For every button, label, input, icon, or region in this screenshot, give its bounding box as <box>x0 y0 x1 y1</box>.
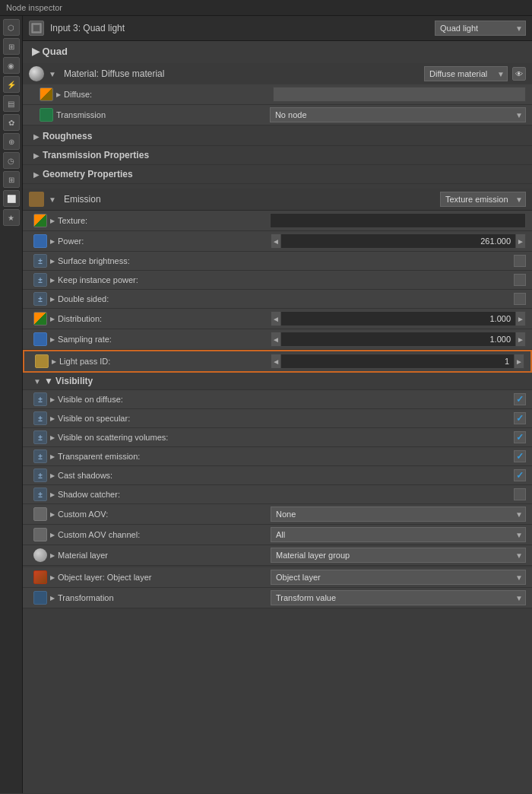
roughness-section[interactable]: ▶ Roughness <box>23 127 532 146</box>
keep-instance-power-checkbox[interactable] <box>514 274 526 286</box>
sidebar-icon-5[interactable]: ▤ <box>3 95 20 112</box>
power-icon <box>33 234 47 248</box>
sidebar-icon-6[interactable]: ✿ <box>3 114 20 131</box>
distribution-row: ▶ Distribution: ◄ 1.000 ► <box>23 309 532 329</box>
shadow-catcher-row: ± ▶ Shadow catcher: <box>23 485 532 504</box>
power-value[interactable]: 261.000 <box>281 233 515 249</box>
transformation-icon <box>33 591 47 605</box>
geometry-properties-section[interactable]: ▶ Geometry Properties <box>23 165 532 184</box>
diffuse-label: Diffuse: <box>64 90 273 99</box>
power-decrease-arrow[interactable]: ◄ <box>271 233 281 249</box>
light-pass-id-value[interactable]: 1 <box>281 354 514 369</box>
sidebar-icon-8[interactable]: ◷ <box>3 152 20 169</box>
emission-header[interactable]: ▼ Emission Texture emission ▼ <box>23 189 532 211</box>
material-sphere-icon <box>29 66 44 81</box>
sidebar-icon-11[interactable]: ★ <box>3 209 20 226</box>
transparent-emission-row: ± ▶ Transparent emission: <box>23 447 532 466</box>
double-sided-checkbox[interactable] <box>514 293 526 305</box>
transmission-label: Transmission <box>56 110 270 119</box>
sidebar-icon-2[interactable]: ⊞ <box>3 38 20 55</box>
object-layer-row: ▶ Object layer: Object layer Object laye… <box>23 567 532 588</box>
visible-scattering-icon: ± <box>33 430 47 444</box>
object-layer-dropdown[interactable]: Object layer <box>271 570 526 585</box>
transmission-properties-section[interactable]: ▶ Transmission Properties <box>23 146 532 165</box>
expand-icon: ▶ <box>50 218 55 224</box>
light-pass-id-value-bar: ◄ 1 ► <box>271 354 524 369</box>
transparent-emission-label: Transparent emission: <box>58 452 514 461</box>
quad-light-dropdown[interactable]: Quad light <box>435 21 526 36</box>
custom-aov-label: Custom AOV: <box>58 510 271 519</box>
cast-shadows-label: Cast shadows: <box>58 471 514 480</box>
light-pass-id-icon <box>35 354 49 368</box>
texture-label: Texture: <box>58 216 270 225</box>
shadow-catcher-icon: ± <box>33 488 47 501</box>
material-group-header[interactable]: ▼ Material: Diffuse material Diffuse mat… <box>23 63 532 84</box>
transparent-emission-checkbox[interactable] <box>514 450 526 462</box>
transmission-props-label: Transmission Properties <box>43 150 149 160</box>
sidebar-icon-3[interactable]: ◉ <box>3 57 20 74</box>
light-pass-id-increase-arrow[interactable]: ► <box>514 354 524 369</box>
quad-label: ▶ Quad <box>32 46 68 57</box>
sidebar-icon-4[interactable]: ⚡ <box>3 76 20 93</box>
double-sided-label: Double sided: <box>58 294 514 303</box>
diffuse-row: ▶ Diffuse: <box>23 84 532 105</box>
quad-light-dropdown-wrapper: Quad light ▼ <box>435 21 526 36</box>
custom-aov-channel-dropdown[interactable]: All <box>271 527 526 542</box>
title-bar: Node inspector <box>0 0 532 16</box>
quad-section-header[interactable]: ▶ Quad <box>23 41 532 62</box>
eye-icon[interactable]: 👁 <box>512 67 526 81</box>
power-row: ▶ Power: ◄ 261.000 ► <box>23 231 532 252</box>
visible-specular-checkbox[interactable] <box>514 412 526 424</box>
distribution-decrease-arrow[interactable]: ◄ <box>271 311 281 326</box>
sidebar-icon-1[interactable]: ⬡ <box>3 19 20 36</box>
expand-icon: ▶ <box>50 258 55 265</box>
visible-scattering-checkbox[interactable] <box>514 431 526 443</box>
texture-emission-dropdown[interactable]: Texture emission <box>440 192 526 207</box>
expand-icon: ▼ <box>33 377 41 386</box>
transformation-dropdown[interactable]: Transform value <box>271 590 526 605</box>
diffuse-value[interactable] <box>273 87 526 102</box>
transformation-dropdown-wrapper: Transform value ▼ <box>271 590 526 605</box>
material-layer-dropdown[interactable]: Material layer group <box>271 548 526 563</box>
visible-diffuse-checkbox[interactable] <box>514 393 526 405</box>
main-content: Input 3: Quad light Quad light ▼ ▶ Quad … <box>23 16 532 793</box>
transformation-row: ▶ Transformation Transform value ▼ <box>23 588 532 608</box>
custom-aov-dropdown[interactable]: None <box>271 507 526 522</box>
double-sided-row: ± ▶ Double sided: <box>23 290 532 309</box>
shadow-catcher-checkbox[interactable] <box>514 488 526 500</box>
light-pass-id-decrease-arrow[interactable]: ◄ <box>271 354 281 369</box>
texture-row: ▶ Texture: <box>23 211 532 231</box>
expand-icon: ▶ <box>50 415 55 422</box>
svg-rect-1 <box>33 25 40 31</box>
cast-shadows-checkbox[interactable] <box>514 469 526 481</box>
custom-aov-channel-row: ▶ Custom AOV channel: All ▼ <box>23 525 532 545</box>
transmission-dropdown[interactable]: No node <box>270 107 526 122</box>
surface-brightness-checkbox[interactable] <box>514 255 526 267</box>
sidebar-icon-10[interactable]: ⬜ <box>3 190 20 207</box>
power-increase-arrow[interactable]: ► <box>515 233 526 249</box>
texture-value[interactable] <box>270 213 526 228</box>
shadow-catcher-label: Shadow catcher: <box>58 490 514 499</box>
sampling-rate-value[interactable]: 1.000 <box>281 332 515 347</box>
sampling-rate-increase-arrow[interactable]: ► <box>515 332 526 347</box>
expand-icon: ▼ <box>49 195 56 204</box>
transmission-icon <box>40 108 53 122</box>
sampling-rate-decrease-arrow[interactable]: ◄ <box>271 332 281 347</box>
expand-icon: ▶ <box>50 453 55 460</box>
power-value-bar: ◄ 261.000 ► <box>271 233 526 249</box>
geometry-props-label: Geometry Properties <box>43 169 133 179</box>
custom-aov-row: ▶ Custom AOV: None ▼ <box>23 504 532 525</box>
power-label: Power: <box>58 237 271 246</box>
distribution-value[interactable]: 1.000 <box>281 311 515 326</box>
expand-icon: ▶ <box>50 552 55 559</box>
keep-instance-power-label: Keep instance power: <box>58 275 514 284</box>
visibility-header: ▼ Visibility <box>44 376 93 386</box>
material-label: Material: Diffuse material <box>64 68 420 79</box>
surface-brightness-icon: ± <box>33 254 47 268</box>
distribution-icon <box>33 312 47 326</box>
distribution-increase-arrow[interactable]: ► <box>515 311 526 326</box>
sidebar-icon-7[interactable]: ⊕ <box>3 133 20 150</box>
emission-icon <box>29 192 44 207</box>
sidebar-icon-9[interactable]: ⊞ <box>3 171 20 188</box>
diffuse-material-dropdown[interactable]: Diffuse material <box>424 66 508 81</box>
